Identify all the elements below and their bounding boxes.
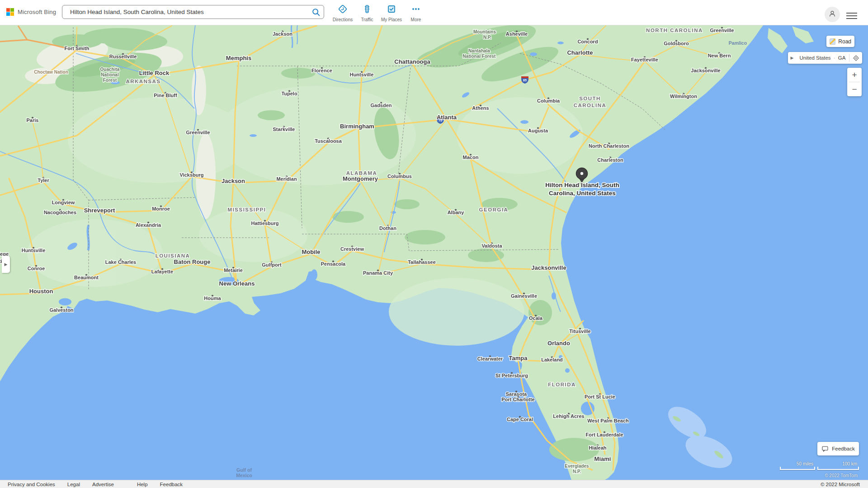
scale-miles-label: 50 miles <box>797 461 813 466</box>
breadcrumb-label: United States · GA <box>796 55 849 61</box>
account-button[interactable] <box>825 7 840 22</box>
person-icon <box>827 9 837 20</box>
footer-link-help[interactable]: Help <box>137 482 148 487</box>
traffic-light-icon <box>362 4 373 16</box>
hamburger-icon <box>846 13 857 14</box>
top-bar: Microsoft Bing Directions Traffic My Pla… <box>0 0 868 25</box>
my-places-label: My Places <box>381 17 402 22</box>
city-dot <box>489 355 491 357</box>
locate-me-button[interactable] <box>849 54 862 62</box>
microsoft-logo-icon <box>6 8 14 16</box>
city-dot <box>511 372 513 374</box>
map-scale: 50 miles 100 km <box>780 461 859 470</box>
footer-bar: Privacy and Cookies Legal Advertise Help… <box>0 480 868 488</box>
speech-bubble-icon <box>821 445 829 452</box>
svg-text:75: 75 <box>439 119 442 122</box>
directions-label: Directions <box>333 17 353 22</box>
map-canvas[interactable]: 7585 MemphisLittle RockChattanoogaCharlo… <box>0 25 868 480</box>
map-attribution: © 2022 TomTom <box>825 473 858 478</box>
footer-copyright: © 2022 Microsoft <box>821 482 860 487</box>
logo-brand-text: Microsoft Bing <box>18 9 56 15</box>
scale-km-bar <box>817 467 859 470</box>
footer-links: Privacy and Cookies Legal Advertise Help… <box>8 482 183 487</box>
footer-link-legal[interactable]: Legal <box>67 482 80 487</box>
chevron-right-icon: ▶ <box>5 262 8 267</box>
location-breadcrumb[interactable]: ▶ United States · GA <box>788 52 862 64</box>
my-places-button[interactable]: My Places <box>379 4 404 22</box>
map-style-icon <box>830 38 835 45</box>
map-label: Mexico <box>236 473 252 478</box>
feedback-label: Feedback <box>832 446 855 451</box>
map-graphics: 7585 MemphisLittle RockChattanoogaCharlo… <box>0 25 868 480</box>
ellipsis-icon <box>410 4 421 16</box>
map-label: Cape Coral <box>507 417 533 422</box>
city-dot <box>515 390 517 392</box>
map-label: Clearwater <box>477 356 503 361</box>
directions-icon <box>337 4 348 16</box>
search-box[interactable] <box>62 5 324 19</box>
more-button[interactable]: More <box>404 4 428 22</box>
city-dot <box>517 396 519 398</box>
map-toolbar: Directions Traffic My Places More <box>330 4 428 22</box>
feedback-button[interactable]: Feedback <box>817 442 859 455</box>
search-input[interactable] <box>69 8 308 16</box>
zoom-in-button[interactable]: + <box>847 68 862 82</box>
more-label: More <box>411 17 421 22</box>
zoom-out-button[interactable]: − <box>847 82 862 96</box>
traffic-label: Traffic <box>361 17 373 22</box>
directions-button[interactable]: Directions <box>330 4 355 22</box>
menu-button[interactable] <box>846 11 857 21</box>
city-dot <box>519 416 521 418</box>
breadcrumb-expand-icon[interactable]: ▶ <box>788 56 796 60</box>
map-style-button[interactable]: Road <box>826 36 854 47</box>
map-label: Port Charlotte <box>501 397 534 402</box>
zoom-control: + − <box>847 68 862 96</box>
search-icon[interactable] <box>308 7 324 17</box>
svg-text:85: 85 <box>523 79 527 82</box>
checkbox-icon <box>386 4 397 16</box>
side-panel-toggle[interactable]: ▶ <box>2 256 10 273</box>
map-style-label: Road <box>838 38 851 45</box>
traffic-button[interactable]: Traffic <box>355 4 379 22</box>
footer-link-feedback[interactable]: Feedback <box>160 482 183 487</box>
map-label: Gulf of <box>236 467 252 473</box>
footer-link-privacy[interactable]: Privacy and Cookies <box>8 482 55 487</box>
microsoft-bing-logo[interactable]: Microsoft Bing <box>6 8 56 16</box>
footer-link-advertise[interactable]: Advertise <box>92 482 114 487</box>
locate-icon <box>852 54 860 62</box>
scale-miles-bar <box>780 467 815 470</box>
scale-km-label: 100 km <box>842 461 857 466</box>
